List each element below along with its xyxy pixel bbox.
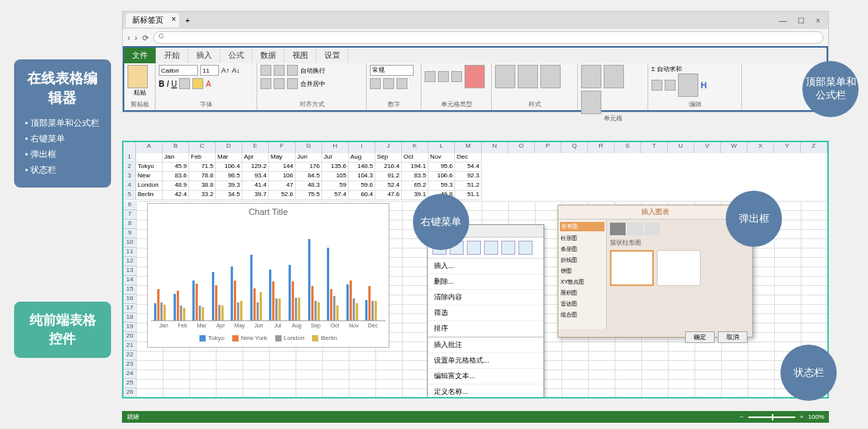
cell[interactable]: 48.3 [296,181,322,191]
bold-icon[interactable]: B [159,80,164,88]
cell[interactable]: 51.1 [455,191,482,200]
column-header[interactable]: D [216,142,242,153]
chart-type-scatter[interactable]: XY散点图 [560,277,604,288]
cell[interactable]: 98.5 [216,172,242,181]
browser-tab[interactable]: 新标签页 × [126,13,179,27]
cell[interactable]: 176 [296,163,322,172]
cell[interactable]: 59.3 [429,181,455,191]
percent-icon[interactable] [383,78,394,89]
cell[interactable]: 194.1 [402,163,429,172]
context-comment[interactable]: 插入批注 [428,337,543,353]
cell[interactable]: 92.3 [455,172,482,181]
cell[interactable]: 60.4 [349,191,375,200]
cell[interactable]: 39.3 [216,181,242,191]
column-header[interactable]: W [721,142,748,153]
column-header[interactable]: Z [801,142,827,153]
increase-font-icon[interactable]: A↑ [221,66,230,74]
cell[interactable]: 78.8 [189,172,216,181]
cell[interactable]: 75.5 [296,191,322,200]
conditional-format-icon[interactable] [495,65,515,88]
column-header[interactable]: Q [561,142,588,153]
cell[interactable]: 95.6 [429,163,455,172]
tab-formula[interactable]: 公式 [221,48,253,63]
cell[interactable]: Jun [296,153,322,163]
chart-type-area[interactable]: 面积图 [560,288,604,299]
back-icon[interactable]: ‹ [127,34,130,42]
table-format-icon[interactable] [518,65,538,88]
data-grid[interactable]: 1JanFebMarAprMayJunJulAugSepOctNovDec2To… [124,153,827,200]
cell[interactable]: 51.2 [455,181,482,191]
delete-cells-icon[interactable] [604,65,624,88]
cell-style-icon[interactable] [540,65,561,88]
cell[interactable]: 42.4 [163,191,189,200]
delete-type-icon[interactable] [464,65,485,88]
cell[interactable]: 59 [322,181,349,191]
decrease-font-icon[interactable]: A↓ [232,66,241,74]
cancel-button[interactable]: 取消 [718,331,748,343]
cell[interactable]: 106 [269,172,296,181]
column-header[interactable]: A [136,142,163,153]
paste-option-icon[interactable] [467,241,481,255]
column-header[interactable]: O [508,142,535,153]
url-input[interactable]: G [153,31,823,44]
format-cells-icon[interactable] [581,91,601,114]
chart-subtype-icon[interactable] [610,223,626,235]
cell[interactable]: 104.3 [349,172,375,181]
cell[interactable]: 47 [269,181,296,191]
row-header[interactable]: 4 [124,181,136,191]
reload-icon[interactable]: ⟳ [142,34,149,42]
cell[interactable]: 47.6 [375,191,402,200]
cell[interactable]: 216.4 [375,163,402,172]
column-header[interactable]: K [402,142,429,153]
cell[interactable]: London [136,181,163,191]
italic-icon[interactable]: I [167,80,169,88]
chart-type-radar[interactable]: 雷达图 [560,299,604,309]
celltype-icon2[interactable] [438,71,449,82]
zoom-in-icon[interactable]: + [800,413,804,420]
cell[interactable]: 129.2 [242,163,269,172]
cell[interactable]: 39.7 [242,191,269,200]
paste-icon[interactable] [127,65,148,88]
wrap-text-button[interactable]: 自动换行 [300,66,325,75]
tab-file[interactable]: 文件 [124,48,156,63]
context-richtext[interactable]: 编辑富文本... [428,369,543,384]
font-size-select[interactable] [200,65,219,76]
cell[interactable]: 41.4 [242,181,269,191]
currency-icon[interactable] [370,78,381,89]
paste-option-icon[interactable] [501,241,515,255]
column-header[interactable]: V [694,142,721,153]
cell[interactable]: 84.5 [296,172,322,181]
cell[interactable]: 144 [269,163,296,172]
column-header[interactable]: R [588,142,615,153]
cell[interactable]: 105 [322,172,349,181]
align-top-icon[interactable] [260,65,271,76]
chart-type-column[interactable]: 柱形图 [560,233,604,244]
new-tab-button[interactable]: + [185,16,190,25]
ok-button[interactable]: 确定 [685,331,715,343]
column-header[interactable]: F [269,142,296,153]
column-header[interactable]: M [455,142,482,153]
context-sort[interactable]: 排序 [428,321,543,337]
cell[interactable]: Dec [455,153,482,163]
tab-home[interactable]: 开始 [156,48,188,63]
cell[interactable]: 34.5 [216,191,242,200]
cell[interactable]: Aug [349,153,375,163]
cell[interactable]: Jul [322,153,349,163]
paste-option-icon[interactable] [518,241,533,255]
column-header[interactable]: I [349,142,375,153]
cell[interactable] [136,153,163,163]
row-header[interactable]: 5 [124,191,136,200]
cell[interactable]: 33.2 [189,191,216,200]
cell[interactable]: 83.5 [402,172,429,181]
row-header[interactable]: 1 [124,153,136,163]
cell[interactable]: 148.5 [349,163,375,172]
align-right-icon[interactable] [287,78,298,89]
chart-preview[interactable] [610,250,654,286]
celltype-icon3[interactable] [451,71,462,82]
celltype-icon[interactable] [425,71,436,82]
align-middle-icon[interactable] [274,65,285,76]
cell[interactable]: New York [136,172,163,181]
context-delete[interactable]: 删除... [428,274,543,290]
align-center-icon[interactable] [274,78,285,89]
column-header[interactable]: G [296,142,322,153]
